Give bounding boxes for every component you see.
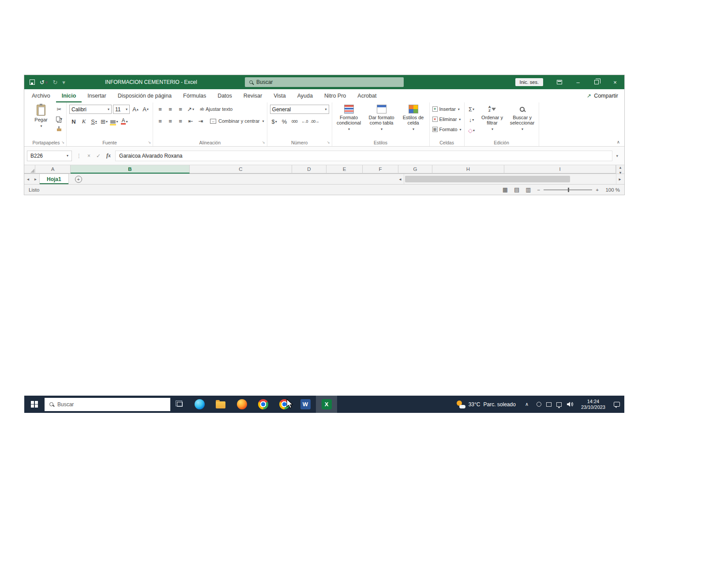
start-button[interactable] (24, 396, 45, 413)
sheet-tab-hoja1[interactable]: Hoja1 (39, 174, 69, 184)
conditional-formatting-button[interactable]: Formato condicional▾ (335, 105, 363, 138)
align-top-button[interactable]: ≡ (156, 105, 165, 113)
column-header-d[interactable]: D (292, 165, 326, 174)
column-header-i[interactable]: I (504, 165, 616, 174)
minimize-button[interactable]: – (569, 75, 587, 89)
formula-input[interactable]: Garaicoa Alvarado Roxana (115, 151, 612, 161)
fill-button[interactable]: ↓▾ (467, 115, 476, 124)
borders-button[interactable]: ⊞▾ (100, 117, 109, 126)
taskbar-excel-button[interactable]: X (316, 396, 337, 413)
restore-button[interactable] (587, 75, 606, 89)
horizontal-scrollbar-thumb[interactable] (405, 176, 570, 182)
align-middle-button[interactable]: ≡ (166, 105, 175, 113)
share-button[interactable]: ↗ Compartir (587, 93, 618, 99)
merge-center-button[interactable]: ↔Combinar y centrar▾ (210, 117, 264, 125)
grow-font-button[interactable]: A▴ (131, 105, 140, 114)
increase-decimal-button[interactable]: ←.0 (300, 117, 309, 126)
align-bottom-button[interactable]: ≡ (176, 105, 185, 113)
ribbon-display-options-button[interactable] (550, 75, 569, 89)
save-icon[interactable] (30, 79, 35, 85)
scroll-up-icon[interactable]: ▴ (616, 165, 624, 170)
select-all-corner[interactable] (24, 165, 35, 174)
delete-cells-button[interactable]: ×Eliminar▾ (432, 115, 462, 124)
taskbar-firefox-button[interactable] (231, 396, 252, 413)
column-header-b[interactable]: B (71, 165, 190, 174)
sign-in-button[interactable]: Inic. ses. (515, 78, 543, 86)
insert-cells-button[interactable]: +Insertar▾ (432, 105, 462, 113)
font-color-button[interactable]: A▾ (120, 117, 129, 126)
menu-tab-archivo[interactable]: Archivo (26, 89, 56, 102)
scroll-left-icon[interactable]: ◂ (397, 177, 404, 181)
view-normal-icon[interactable]: ▦ (503, 186, 508, 193)
vertical-scrollbar[interactable]: ▴ ▾ (616, 165, 624, 174)
formula-drag-handle[interactable]: ⋮ (76, 153, 82, 159)
align-right-button[interactable]: ≡ (176, 117, 185, 125)
insert-function-button[interactable]: fx (106, 152, 111, 159)
dialog-launcher-icon[interactable]: ↘ (327, 140, 330, 144)
font-name-select[interactable]: Calibri▾ (69, 105, 112, 114)
name-box[interactable]: B226 ▾ (27, 151, 72, 161)
decrease-indent-button[interactable]: ⇤ (186, 117, 195, 125)
tray-icon[interactable] (556, 402, 562, 407)
accounting-format-button[interactable]: $▾ (270, 117, 279, 126)
menu-tab-revisar[interactable]: Revisar (238, 89, 268, 102)
undo-button[interactable]: ↺▾ (40, 79, 48, 85)
close-button[interactable]: × (606, 75, 624, 89)
view-page-layout-icon[interactable]: ▤ (514, 186, 519, 193)
menu-tab-acrobat[interactable]: Acrobat (352, 89, 382, 102)
taskbar-clock[interactable]: 14:24 23/10/2023 (577, 399, 609, 410)
collapse-ribbon-icon[interactable]: ∧ (617, 140, 620, 144)
font-size-select[interactable]: 11▾ (113, 105, 130, 114)
percent-style-button[interactable]: % (280, 117, 289, 126)
underline-button[interactable]: S▾ (90, 117, 98, 126)
column-header-f[interactable]: F (363, 165, 398, 174)
sheet-nav-right-icon[interactable]: ▸ (32, 174, 39, 184)
format-as-table-button[interactable]: Dar formato como tabla▾ (367, 105, 397, 138)
wrap-text-button[interactable]: abAjustar texto (200, 105, 233, 113)
taskbar-weather[interactable]: 33°C Parc. soleado (451, 401, 521, 408)
horizontal-scrollbar[interactable]: ◂ ▸ (397, 174, 624, 184)
align-center-button[interactable]: ≡ (166, 117, 175, 125)
qat-customize-button[interactable]: ▾ (62, 79, 65, 85)
titlebar-search[interactable]: Buscar (245, 77, 404, 87)
taskbar-search[interactable]: Buscar (45, 398, 170, 411)
zoom-slider-thumb[interactable] (568, 188, 569, 192)
decrease-decimal-button[interactable]: .00→ (311, 117, 319, 126)
menu-tab-disposici-n-de-p-gina[interactable]: Disposición de página (112, 89, 177, 102)
copy-button[interactable]: ▾ (55, 114, 64, 123)
confirm-entry-icon[interactable]: ✓ (96, 153, 101, 159)
view-page-break-icon[interactable]: ▥ (525, 186, 531, 193)
tray-expand-icon[interactable]: ∧ (521, 401, 533, 407)
column-header-e[interactable]: E (326, 165, 363, 174)
menu-tab-datos[interactable]: Datos (212, 89, 238, 102)
align-left-button[interactable]: ≡ (156, 117, 165, 125)
taskbar-word-button[interactable]: W (295, 396, 316, 413)
format-painter-button[interactable] (55, 124, 64, 133)
menu-tab-insertar[interactable]: Insertar (82, 89, 112, 102)
column-header-a[interactable]: A (35, 165, 71, 174)
new-sheet-button[interactable]: + (75, 176, 82, 183)
clear-button[interactable]: ◇▾ (467, 126, 476, 135)
column-header-g[interactable]: G (398, 165, 432, 174)
format-cells-button[interactable]: ⊞Formato▾ (432, 125, 462, 134)
column-header-h[interactable]: H (432, 165, 504, 174)
tray-icon[interactable] (546, 402, 552, 407)
dialog-launcher-icon[interactable]: ↘ (148, 140, 151, 144)
fill-color-button[interactable]: ▾ (110, 117, 119, 126)
redo-button[interactable]: ↻ (53, 79, 57, 85)
taskbar-chrome-button[interactable] (252, 396, 274, 413)
column-header-c[interactable]: C (190, 165, 292, 174)
zoom-in-button[interactable]: + (596, 187, 599, 193)
sort-filter-button[interactable]: AZ Ordenar y filtrar▾ (479, 105, 506, 138)
cancel-entry-icon[interactable]: × (87, 153, 90, 159)
zoom-slider[interactable] (544, 189, 592, 190)
menu-tab-f-rmulas[interactable]: Fórmulas (177, 89, 212, 102)
expand-formula-bar-icon[interactable]: ▾ (612, 154, 622, 158)
taskbar-edge-button[interactable] (189, 396, 210, 413)
paste-button[interactable]: Pegar ▾ (29, 105, 53, 129)
find-select-button[interactable]: Buscar y seleccionar▾ (509, 105, 536, 138)
menu-tab-ayuda[interactable]: Ayuda (292, 89, 319, 102)
autosum-button[interactable]: Σ▾ (467, 105, 476, 113)
comma-style-button[interactable]: 000 (290, 117, 299, 126)
shrink-font-button[interactable]: A▾ (141, 105, 150, 114)
